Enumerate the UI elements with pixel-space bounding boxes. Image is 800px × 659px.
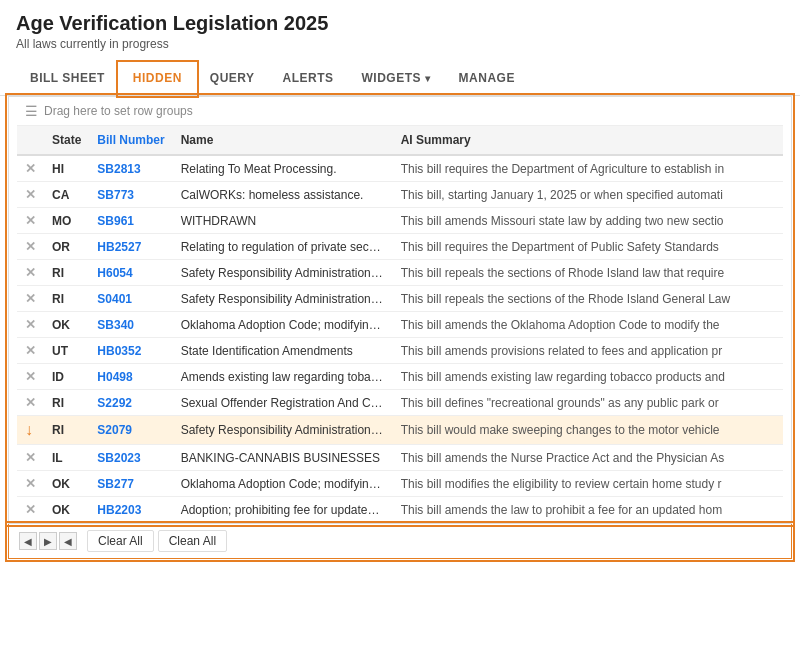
summary-cell: This bill repeals the sections of Rhode … (393, 260, 783, 286)
remove-cell[interactable]: ✕ (17, 364, 44, 390)
bill-cell[interactable]: HB2527 (89, 234, 172, 260)
state-cell: RI (44, 416, 89, 445)
remove-cell[interactable]: ✕ (17, 208, 44, 234)
bill-cell[interactable]: SB340 (89, 312, 172, 338)
name-cell: Safety Responsibility Administration -- … (173, 286, 393, 312)
tab-manage[interactable]: MANAGE (445, 63, 529, 95)
bill-cell[interactable]: HB2203 (89, 497, 172, 523)
tab-widgets[interactable]: WIDGETS▾ (348, 63, 445, 95)
bill-cell[interactable]: SB2813 (89, 155, 172, 182)
remove-icon[interactable]: ✕ (25, 450, 36, 465)
remove-icon[interactable]: ✕ (25, 343, 36, 358)
summary-cell: This bill amends the Nurse Practice Act … (393, 445, 783, 471)
bill-cell[interactable]: SB961 (89, 208, 172, 234)
page-subtitle: All laws currently in progress (16, 37, 784, 51)
bill-cell[interactable]: SB277 (89, 471, 172, 497)
state-cell: RI (44, 260, 89, 286)
summary-cell: This bill defines "recreational grounds"… (393, 390, 783, 416)
remove-cell[interactable]: ✕ (17, 234, 44, 260)
summary-cell: This bill amends the Oklahoma Adoption C… (393, 312, 783, 338)
remove-cell[interactable]: ↓ (17, 416, 44, 445)
table-row: ✕ OR HB2527 Relating to regulation of pr… (17, 234, 783, 260)
nav-next-button[interactable]: ◀ (59, 532, 77, 550)
state-cell: ID (44, 364, 89, 390)
tab-alerts[interactable]: ALERTS (269, 63, 348, 95)
tab-bar: BILL SHEET HIDDEN QUERY ALERTS WIDGETS▾ … (0, 63, 800, 96)
remove-icon[interactable]: ✕ (25, 317, 36, 332)
table-header-row: State Bill Number Name AI Summary (17, 126, 783, 155)
remove-icon[interactable]: ✕ (25, 395, 36, 410)
drag-hint: ☰ Drag here to set row groups (17, 97, 783, 126)
tab-hidden[interactable]: HIDDEN (119, 63, 196, 95)
name-cell: Safety Responsibility Administration -- … (173, 260, 393, 286)
state-cell: OK (44, 312, 89, 338)
bill-cell[interactable]: H0498 (89, 364, 172, 390)
tab-query[interactable]: QUERY (196, 63, 269, 95)
summary-cell: This bill modifies the eligibility to re… (393, 471, 783, 497)
name-cell: CalWORKs: homeless assistance. (173, 182, 393, 208)
remove-icon[interactable]: ✕ (25, 476, 36, 491)
state-cell: HI (44, 155, 89, 182)
remove-cell[interactable]: ✕ (17, 445, 44, 471)
col-header-name[interactable]: Name (173, 126, 393, 155)
table-row: ✕ MO SB961 WITHDRAWN This bill amends Mi… (17, 208, 783, 234)
table-row: ✕ ID H0498 Amends existing law regarding… (17, 364, 783, 390)
summary-cell: This bill would make sweeping changes to… (393, 416, 783, 445)
clean-all-button[interactable]: Clean All (158, 530, 227, 552)
remove-icon[interactable]: ✕ (25, 291, 36, 306)
bill-cell[interactable]: S2079 (89, 416, 172, 445)
nav-prev-prev-button[interactable]: ◀ (19, 532, 37, 550)
name-cell: WITHDRAWN (173, 208, 393, 234)
remove-icon[interactable]: ✕ (25, 187, 36, 202)
remove-icon[interactable]: ✕ (25, 161, 36, 176)
bill-cell[interactable]: S0401 (89, 286, 172, 312)
bill-cell[interactable]: SB773 (89, 182, 172, 208)
state-cell: OK (44, 497, 89, 523)
name-cell: Oklahoma Adoption Code; modifying eligib… (173, 312, 393, 338)
page-title: Age Verification Legislation 2025 (16, 12, 784, 35)
name-cell: BANKING-CANNABIS BUSINESSES (173, 445, 393, 471)
name-cell: Relating to regulation of private securi… (173, 234, 393, 260)
name-cell: State Identification Amendments (173, 338, 393, 364)
nav-prev-button[interactable]: ▶ (39, 532, 57, 550)
state-cell: UT (44, 338, 89, 364)
col-header-bill[interactable]: Bill Number (89, 126, 172, 155)
remove-cell[interactable]: ✕ (17, 497, 44, 523)
remove-icon[interactable]: ✕ (25, 369, 36, 384)
remove-icon[interactable]: ✕ (25, 502, 36, 517)
remove-cell[interactable]: ✕ (17, 260, 44, 286)
clear-all-button[interactable]: Clear All (87, 530, 154, 552)
remove-cell[interactable]: ✕ (17, 155, 44, 182)
summary-cell: This bill amends the law to prohibit a f… (393, 497, 783, 523)
remove-icon[interactable]: ✕ (25, 239, 36, 254)
col-header-summary[interactable]: AI Summary (393, 126, 783, 155)
tab-bill-sheet[interactable]: BILL SHEET (16, 63, 119, 95)
arrow-down-icon: ↓ (25, 421, 33, 438)
data-table: State Bill Number Name AI Summary ✕ HI S… (17, 126, 783, 523)
remove-cell[interactable]: ✕ (17, 338, 44, 364)
summary-cell: This bill repeals the sections of the Rh… (393, 286, 783, 312)
remove-icon[interactable]: ✕ (25, 265, 36, 280)
remove-cell[interactable]: ✕ (17, 390, 44, 416)
bill-cell[interactable]: HB0352 (89, 338, 172, 364)
bill-cell[interactable]: SB2023 (89, 445, 172, 471)
remove-cell[interactable]: ✕ (17, 312, 44, 338)
state-cell: OR (44, 234, 89, 260)
summary-cell: This bill requires the Department of Pub… (393, 234, 783, 260)
page-header: Age Verification Legislation 2025 All la… (0, 0, 800, 96)
remove-cell[interactable]: ✕ (17, 471, 44, 497)
table-row: ✕ OK HB2203 Adoption; prohibiting fee fo… (17, 497, 783, 523)
remove-cell[interactable]: ✕ (17, 286, 44, 312)
bill-cell[interactable]: S2292 (89, 390, 172, 416)
remove-cell[interactable]: ✕ (17, 182, 44, 208)
state-cell: OK (44, 471, 89, 497)
bill-cell[interactable]: H6054 (89, 260, 172, 286)
summary-cell: This bill requires the Department of Agr… (393, 155, 783, 182)
table-row: ✕ HI SB2813 Relating To Meat Processing.… (17, 155, 783, 182)
table-row: ✕ OK SB277 Oklahoma Adoption Code; modif… (17, 471, 783, 497)
remove-icon[interactable]: ✕ (25, 213, 36, 228)
state-cell: RI (44, 286, 89, 312)
state-cell: IL (44, 445, 89, 471)
bottom-bar: ◀ ▶ ◀ Clear All Clean All (8, 524, 792, 559)
col-header-state[interactable]: State (44, 126, 89, 155)
